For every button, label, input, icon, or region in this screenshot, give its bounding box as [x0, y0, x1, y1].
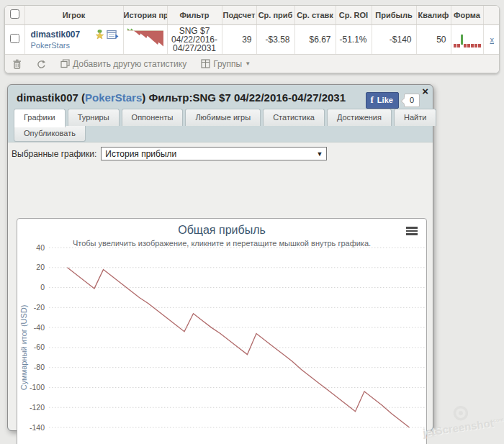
col-avg-profit: Ср. приб [256, 6, 294, 24]
form-cell [451, 24, 483, 54]
form-bar-loss [457, 44, 460, 47]
chart-select-label: Выбранные графики: [12, 149, 96, 159]
tab-4[interactable]: Статистика [263, 109, 325, 126]
facebook-like-widget: f Like 0 [366, 92, 420, 109]
player-stats-dialog: × dimastik007 (PokerStars) Фильтр:SNG $7… [7, 84, 433, 431]
col-remove [483, 6, 500, 24]
form-bar-win [461, 35, 463, 45]
svg-text:-60: -60 [34, 343, 45, 351]
col-player: Игрок [24, 6, 123, 24]
form-bar-loss [464, 44, 467, 47]
svg-text:20: 20 [36, 263, 45, 271]
chart-select-row: Выбранные графики: История прибыли ▼ [8, 142, 433, 160]
chart-menu-icon[interactable] [406, 227, 418, 237]
svg-text:-40: -40 [34, 323, 45, 332]
form-bar-loss [454, 44, 456, 47]
profit-value: -$140 [372, 24, 416, 54]
row-checkbox[interactable] [10, 34, 19, 43]
col-avg-roi: Ср. ROI [336, 6, 372, 24]
col-history: История при [123, 6, 167, 24]
svg-text:Суммарный итог (USD): Суммарный итог (USD) [19, 305, 28, 391]
col-filter: Фильтр [167, 6, 222, 24]
col-profit: Прибыль [372, 6, 416, 24]
stats-header-row: Игрок История при Фильтр Подсчет Ср. при… [5, 6, 500, 24]
stats-card: Игрок История при Фильтр Подсчет Ср. при… [4, 5, 500, 73]
svg-text:0: 0 [40, 283, 45, 291]
tab-0[interactable]: Графики [14, 109, 66, 127]
watermark-tld: com [493, 417, 504, 423]
trash-icon [12, 59, 22, 69]
form-mini-chart [451, 32, 483, 47]
table-toolbar: Добавить другую статистику Группы ▼ [5, 54, 499, 73]
stats-table: Игрок История при Фильтр Подсчет Ср. при… [5, 6, 500, 54]
row-select-cell [5, 24, 24, 54]
refresh-button[interactable] [36, 59, 46, 69]
tab-6[interactable]: Найти [394, 109, 436, 126]
player-name-link[interactable]: dimastik007 [31, 30, 81, 40]
player-site-link[interactable]: PokerStars [31, 41, 123, 50]
chart-type-select[interactable]: История прибыли ▼ [101, 147, 327, 160]
col-avg-stake: Ср. ставк [294, 6, 336, 24]
chart-select-value: История прибыли [105, 149, 176, 159]
qualified-value: 50 [416, 24, 451, 54]
add-window-icon [60, 59, 70, 68]
player-cell: dimastik007 [24, 24, 123, 54]
form-bar-loss [471, 44, 474, 47]
form-bar-loss [474, 44, 477, 47]
svg-text:-80: -80 [34, 363, 45, 371]
chart-title: Общая прибыль [17, 224, 426, 237]
svg-text:-20: -20 [34, 303, 45, 312]
form-bar-loss [478, 44, 481, 47]
delete-button[interactable] [12, 59, 22, 69]
col-count: Подсчет [222, 6, 256, 24]
groups-grid-icon [201, 59, 210, 68]
tab-publish[interactable]: Опубликовать [14, 126, 86, 142]
avg-roi-value: -51.1% [336, 24, 372, 54]
dialog-title-filter: ) Фильтр:SNG $7 04/22/2016-04/27/2031 [142, 91, 346, 104]
svg-text:-100: -100 [30, 383, 45, 391]
like-count-badge: 0 [404, 94, 420, 107]
dialog-title-player: dimastik007 ( [17, 91, 85, 104]
table-row: dimastik007 [5, 24, 500, 54]
avg-stake-value: $6.67 [294, 24, 336, 54]
col-form: Форма [451, 6, 483, 24]
dialog-close-button[interactable]: × [422, 86, 428, 97]
dialog-body: Выбранные графики: История прибыли ▼ 402… [8, 142, 433, 430]
filter-line: 04/27/2031 [168, 44, 222, 53]
filter-line: SNG $7 [168, 27, 222, 35]
calendar-icon[interactable] [107, 30, 119, 40]
filter-line: 04/22/2016- [168, 35, 222, 44]
facebook-like-button[interactable]: f Like [366, 92, 399, 109]
svg-text:-120: -120 [30, 403, 45, 412]
groups-label: Группы [213, 59, 242, 69]
history-sparkline-cell [123, 24, 167, 54]
tab-5[interactable]: Достижения [327, 109, 392, 126]
col-qualified: Квалиф [416, 6, 451, 24]
count-value: 39 [222, 24, 256, 54]
tab-2[interactable]: Оппоненты [122, 109, 184, 126]
profit-chart[interactable]: 40200-20-40-60-80-100-120-140-1605101520… [17, 218, 427, 444]
svg-text:-140: -140 [30, 423, 45, 432]
remove-row-link[interactable]: x [490, 35, 495, 44]
add-statistic-button[interactable]: Добавить другую статистику [60, 59, 186, 69]
remove-cell: x [483, 24, 500, 54]
refresh-icon [36, 59, 46, 69]
dialog-title-site-link[interactable]: PokerStars [85, 91, 142, 104]
tab-1[interactable]: Турниры [68, 109, 120, 126]
like-label: Like [377, 96, 393, 104]
filter-cell: SNG $7 04/22/2016- 04/27/2031 [167, 24, 222, 54]
profit-sparkline[interactable] [126, 27, 165, 50]
tab-3[interactable]: Любимые игры [185, 109, 261, 126]
select-all-checkbox[interactable] [10, 9, 19, 19]
medal-icon [95, 30, 104, 40]
form-bar-loss [467, 44, 470, 47]
dialog-tabs: ГрафикиТурнирыОппонентыЛюбимые игрыСтати… [14, 109, 433, 126]
chart-plot-area[interactable]: 40200-20-40-60-80-100-120-140-1605101520… [17, 219, 426, 444]
facebook-logo-icon: f [371, 94, 374, 106]
chevron-down-icon: ▼ [316, 150, 323, 158]
groups-dropdown-arrow: ▼ [245, 60, 251, 67]
groups-button[interactable]: Группы ▼ [201, 59, 251, 69]
select-all-header [5, 6, 24, 24]
add-statistic-label: Добавить другую статистику [73, 59, 186, 69]
avg-profit-value: -$3.58 [256, 24, 294, 54]
